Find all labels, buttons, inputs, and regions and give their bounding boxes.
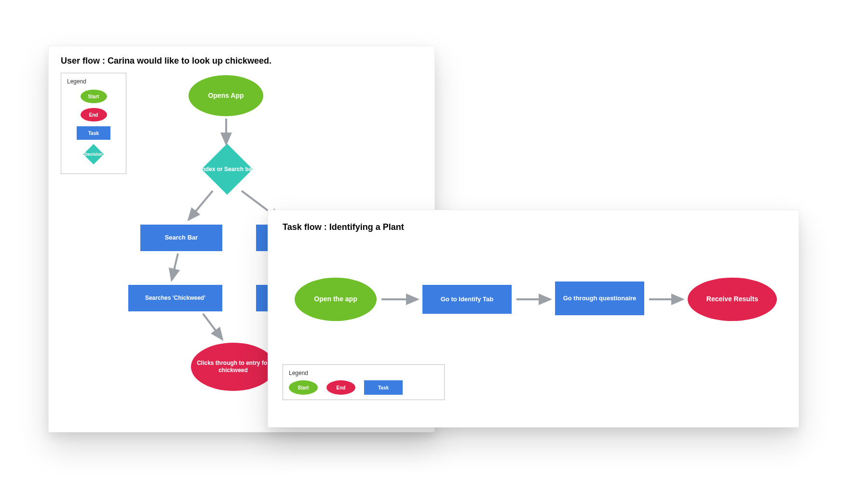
node-opens-app: Opens App bbox=[189, 75, 263, 116]
node-open-the-app: Open the app bbox=[295, 278, 377, 321]
node-receive-results: Receive Results bbox=[688, 278, 777, 321]
node-decision-index-or-search: Index or Search bar bbox=[191, 147, 263, 191]
user-flow-title: User flow : Carina would like to look up… bbox=[61, 56, 271, 66]
legend-start-swatch: Start bbox=[81, 90, 107, 103]
legend-title: Legend bbox=[289, 370, 438, 376]
legend-start-swatch: Start bbox=[289, 380, 318, 395]
node-searches-chickweed: Searches 'Chickweed' bbox=[128, 285, 222, 311]
node-go-identify: Go to Identify Tab bbox=[422, 285, 512, 314]
legend-title: Legend bbox=[67, 78, 120, 85]
legend-decision-swatch: Decision bbox=[77, 145, 110, 164]
legend-task-swatch: Task bbox=[364, 380, 403, 395]
svg-line-5 bbox=[203, 314, 222, 339]
svg-line-1 bbox=[189, 191, 213, 220]
task-flow-legend: Legend Start End Task bbox=[283, 364, 445, 400]
node-search-bar: Search Bar bbox=[140, 225, 222, 251]
task-flow-card: Task flow : Identifying a Plant Open the… bbox=[268, 210, 799, 428]
node-go-questionnaire: Go through questionaire bbox=[555, 281, 644, 315]
legend-end-swatch: End bbox=[326, 380, 355, 395]
user-flow-legend: Legend Start End Task Decision bbox=[61, 73, 126, 174]
task-flow-title: Task flow : Identifying a Plant bbox=[283, 222, 404, 232]
svg-line-3 bbox=[172, 254, 178, 280]
legend-task-swatch: Task bbox=[77, 126, 110, 140]
legend-end-swatch: End bbox=[81, 108, 107, 121]
node-clicks-through: Clicks through to entry for chickweed bbox=[191, 343, 275, 391]
